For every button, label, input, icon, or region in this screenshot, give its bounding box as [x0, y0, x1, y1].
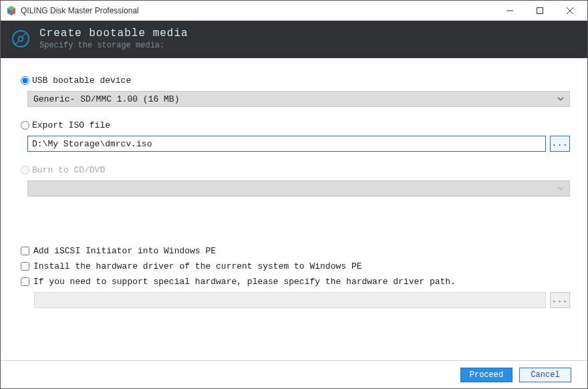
usb-option-block: USB bootable device Generic- SD/MMC 1.00…	[21, 76, 570, 107]
driver-path-browse-button: ...	[550, 292, 570, 308]
usb-device-value: Generic- SD/MMC 1.00 (16 MB)	[33, 94, 179, 104]
chevron-down-icon	[557, 186, 564, 190]
iso-radio-row: Export ISO file	[21, 120, 570, 130]
page-title: Create bootable media	[39, 27, 188, 39]
driver-path-input-row: ...	[34, 292, 570, 308]
app-logo-icon	[6, 5, 17, 16]
page-subtitle: Specify the storage media:	[39, 41, 188, 50]
cd-device-select	[27, 180, 570, 197]
driver-current-check-row: Install the hardware driver of the curre…	[21, 261, 570, 271]
usb-radio-row: USB bootable device	[21, 76, 570, 86]
iso-input-row: ...	[27, 136, 570, 152]
iso-path-input[interactable]	[27, 136, 546, 152]
iso-option-block: Export ISO file ...	[21, 120, 570, 152]
footer-bar: Proceed Cancel	[1, 360, 587, 388]
close-button[interactable]	[555, 1, 585, 20]
usb-device-select[interactable]: Generic- SD/MMC 1.00 (16 MB)	[27, 91, 570, 107]
iscsi-checkbox-label[interactable]: Add iSCSI Initiator into Windows PE	[33, 246, 216, 256]
content-area: USB bootable device Generic- SD/MMC 1.00…	[1, 58, 587, 308]
driver-current-checkbox[interactable]	[21, 262, 29, 271]
disc-icon	[11, 29, 30, 48]
iso-radio-label[interactable]: Export ISO file	[32, 120, 110, 130]
proceed-button[interactable]: Proceed	[460, 368, 512, 382]
driver-path-checkbox[interactable]	[21, 277, 29, 286]
driver-current-checkbox-label[interactable]: Install the hardware driver of the curre…	[33, 261, 361, 271]
titlebar: QILING Disk Master Professional	[1, 1, 587, 21]
cd-radio-row: Burn to CD/DVD	[21, 165, 570, 175]
cd-radio	[21, 166, 29, 174]
usb-radio[interactable]	[21, 76, 29, 85]
maximize-button[interactable]	[525, 1, 555, 20]
cd-radio-label: Burn to CD/DVD	[32, 165, 105, 175]
header-band: Create bootable media Specify the storag…	[1, 21, 587, 58]
driver-path-checkbox-label[interactable]: If you need to support special hardware,…	[33, 277, 456, 287]
driver-path-check-row: If you need to support special hardware,…	[21, 277, 570, 287]
cd-option-block: Burn to CD/DVD	[21, 165, 570, 197]
usb-radio-label[interactable]: USB bootable device	[32, 76, 131, 86]
iscsi-checkbox[interactable]	[21, 247, 29, 255]
svg-rect-4	[537, 7, 543, 13]
iso-radio[interactable]	[21, 121, 29, 130]
minimize-button[interactable]	[494, 1, 525, 20]
window-controls	[494, 1, 585, 20]
chevron-down-icon	[557, 97, 564, 101]
window-title: QILING Disk Master Professional	[21, 6, 494, 15]
cancel-button[interactable]: Cancel	[519, 368, 571, 382]
iso-browse-button[interactable]: ...	[550, 136, 570, 152]
iscsi-check-row: Add iSCSI Initiator into Windows PE	[21, 246, 570, 256]
driver-path-input	[34, 292, 546, 308]
svg-point-8	[19, 37, 23, 41]
